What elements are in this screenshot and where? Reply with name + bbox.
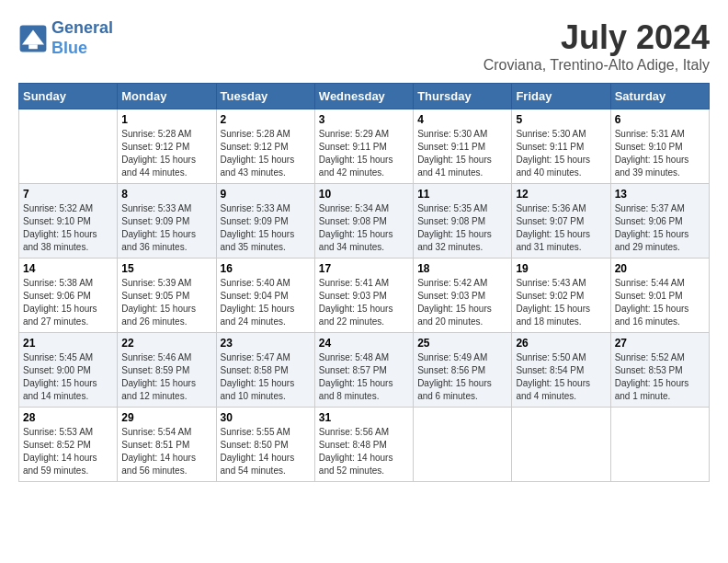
day-number: 8 [121, 188, 211, 201]
day-number: 14 [23, 262, 113, 275]
day-info: Sunrise: 5:47 AM Sunset: 8:58 PM Dayligh… [221, 351, 311, 403]
day-number: 25 [417, 337, 507, 350]
calendar-cell: 14Sunrise: 5:38 AM Sunset: 9:06 PM Dayli… [19, 259, 118, 333]
weekday-header-thursday: Thursday [414, 84, 512, 109]
day-info: Sunrise: 5:35 AM Sunset: 9:08 PM Dayligh… [417, 202, 507, 254]
day-number: 20 [615, 262, 705, 275]
day-info: Sunrise: 5:34 AM Sunset: 9:08 PM Dayligh… [319, 202, 409, 254]
day-number: 27 [615, 337, 705, 350]
day-info: Sunrise: 5:54 AM Sunset: 8:51 PM Dayligh… [121, 426, 211, 477]
calendar-cell: 30Sunrise: 5:55 AM Sunset: 8:50 PM Dayli… [216, 408, 314, 482]
day-number: 13 [615, 188, 705, 201]
day-number: 7 [23, 188, 113, 201]
logo: General Blue [18, 18, 113, 58]
day-number: 15 [121, 262, 211, 275]
day-number: 16 [221, 262, 311, 275]
week-row-4: 21Sunrise: 5:45 AM Sunset: 9:00 PM Dayli… [19, 333, 710, 408]
day-number: 5 [516, 113, 606, 126]
day-number: 22 [121, 337, 211, 350]
day-info: Sunrise: 5:39 AM Sunset: 9:05 PM Dayligh… [121, 277, 211, 328]
month-title: July 2024 [483, 18, 710, 57]
week-row-3: 14Sunrise: 5:38 AM Sunset: 9:06 PM Dayli… [19, 259, 710, 333]
calendar-cell: 26Sunrise: 5:50 AM Sunset: 8:54 PM Dayli… [512, 333, 610, 408]
calendar-cell: 9Sunrise: 5:33 AM Sunset: 9:09 PM Daylig… [216, 184, 314, 259]
calendar-cell: 28Sunrise: 5:53 AM Sunset: 8:52 PM Dayli… [19, 408, 118, 482]
calendar-cell [414, 408, 512, 482]
calendar-cell: 27Sunrise: 5:52 AM Sunset: 8:53 PM Dayli… [610, 333, 709, 408]
day-number: 1 [121, 113, 211, 126]
day-number: 11 [417, 188, 507, 201]
day-number: 4 [417, 113, 507, 126]
day-info: Sunrise: 5:32 AM Sunset: 9:10 PM Dayligh… [23, 202, 113, 254]
day-info: Sunrise: 5:48 AM Sunset: 8:57 PM Dayligh… [319, 351, 409, 403]
calendar-cell: 5Sunrise: 5:30 AM Sunset: 9:11 PM Daylig… [512, 109, 610, 184]
calendar-cell: 23Sunrise: 5:47 AM Sunset: 8:58 PM Dayli… [216, 333, 314, 408]
day-number: 12 [516, 188, 606, 201]
calendar-cell [512, 408, 610, 482]
weekday-header-sunday: Sunday [19, 84, 118, 109]
calendar-cell: 6Sunrise: 5:31 AM Sunset: 9:10 PM Daylig… [610, 109, 709, 184]
day-number: 23 [221, 337, 311, 350]
calendar-cell: 8Sunrise: 5:33 AM Sunset: 9:09 PM Daylig… [118, 184, 216, 259]
calendar-cell: 2Sunrise: 5:28 AM Sunset: 9:12 PM Daylig… [216, 109, 314, 184]
day-info: Sunrise: 5:55 AM Sunset: 8:50 PM Dayligh… [221, 426, 311, 477]
day-number: 3 [319, 113, 409, 126]
week-row-2: 7Sunrise: 5:32 AM Sunset: 9:10 PM Daylig… [19, 184, 710, 259]
day-number: 2 [221, 113, 311, 126]
day-info: Sunrise: 5:44 AM Sunset: 9:01 PM Dayligh… [615, 277, 705, 328]
calendar-cell: 7Sunrise: 5:32 AM Sunset: 9:10 PM Daylig… [19, 184, 118, 259]
logo-icon [18, 24, 48, 53]
day-number: 6 [615, 113, 705, 126]
day-info: Sunrise: 5:50 AM Sunset: 8:54 PM Dayligh… [516, 351, 606, 403]
calendar-cell: 22Sunrise: 5:46 AM Sunset: 8:59 PM Dayli… [118, 333, 216, 408]
day-info: Sunrise: 5:30 AM Sunset: 9:11 PM Dayligh… [516, 128, 606, 179]
day-number: 24 [319, 337, 409, 350]
day-info: Sunrise: 5:28 AM Sunset: 9:12 PM Dayligh… [121, 128, 211, 179]
day-number: 28 [23, 411, 113, 424]
day-info: Sunrise: 5:56 AM Sunset: 8:48 PM Dayligh… [319, 426, 409, 477]
day-info: Sunrise: 5:37 AM Sunset: 9:06 PM Dayligh… [615, 202, 705, 254]
day-info: Sunrise: 5:38 AM Sunset: 9:06 PM Dayligh… [23, 277, 113, 328]
calendar-cell: 15Sunrise: 5:39 AM Sunset: 9:05 PM Dayli… [118, 259, 216, 333]
calendar-cell: 1Sunrise: 5:28 AM Sunset: 9:12 PM Daylig… [118, 109, 216, 184]
day-info: Sunrise: 5:43 AM Sunset: 9:02 PM Dayligh… [516, 277, 606, 328]
calendar-cell: 19Sunrise: 5:43 AM Sunset: 9:02 PM Dayli… [512, 259, 610, 333]
day-info: Sunrise: 5:45 AM Sunset: 9:00 PM Dayligh… [23, 351, 113, 403]
day-info: Sunrise: 5:30 AM Sunset: 9:11 PM Dayligh… [417, 128, 507, 179]
calendar-cell: 13Sunrise: 5:37 AM Sunset: 9:06 PM Dayli… [610, 184, 709, 259]
calendar-cell: 17Sunrise: 5:41 AM Sunset: 9:03 PM Dayli… [314, 259, 413, 333]
day-info: Sunrise: 5:28 AM Sunset: 9:12 PM Dayligh… [221, 128, 311, 179]
weekday-header-friday: Friday [512, 84, 610, 109]
svg-rect-2 [28, 44, 38, 49]
day-info: Sunrise: 5:46 AM Sunset: 8:59 PM Dayligh… [121, 351, 211, 403]
weekday-header-tuesday: Tuesday [216, 84, 314, 109]
logo-text: General Blue [51, 18, 113, 58]
day-number: 29 [121, 411, 211, 424]
day-number: 21 [23, 337, 113, 350]
calendar-cell: 25Sunrise: 5:49 AM Sunset: 8:56 PM Dayli… [414, 333, 512, 408]
day-info: Sunrise: 5:42 AM Sunset: 9:03 PM Dayligh… [417, 277, 507, 328]
calendar-cell: 20Sunrise: 5:44 AM Sunset: 9:01 PM Dayli… [610, 259, 709, 333]
calendar-cell: 16Sunrise: 5:40 AM Sunset: 9:04 PM Dayli… [216, 259, 314, 333]
calendar-cell [610, 408, 709, 482]
calendar-cell: 12Sunrise: 5:36 AM Sunset: 9:07 PM Dayli… [512, 184, 610, 259]
day-info: Sunrise: 5:52 AM Sunset: 8:53 PM Dayligh… [615, 351, 705, 403]
page-header: General Blue July 2024 Croviana, Trentin… [18, 18, 710, 74]
week-row-5: 28Sunrise: 5:53 AM Sunset: 8:52 PM Dayli… [19, 408, 710, 482]
title-section: July 2024 Croviana, Trentino-Alto Adige,… [483, 18, 710, 74]
calendar-table: SundayMondayTuesdayWednesdayThursdayFrid… [18, 83, 710, 482]
day-number: 10 [319, 188, 409, 201]
day-number: 17 [319, 262, 409, 275]
day-number: 9 [221, 188, 311, 201]
day-info: Sunrise: 5:36 AM Sunset: 9:07 PM Dayligh… [516, 202, 606, 254]
day-number: 19 [516, 262, 606, 275]
calendar-cell: 3Sunrise: 5:29 AM Sunset: 9:11 PM Daylig… [314, 109, 413, 184]
calendar-cell: 4Sunrise: 5:30 AM Sunset: 9:11 PM Daylig… [414, 109, 512, 184]
weekday-header-saturday: Saturday [610, 84, 709, 109]
week-row-1: 1Sunrise: 5:28 AM Sunset: 9:12 PM Daylig… [19, 109, 710, 184]
day-number: 31 [319, 411, 409, 424]
day-info: Sunrise: 5:33 AM Sunset: 9:09 PM Dayligh… [221, 202, 311, 254]
calendar-cell: 31Sunrise: 5:56 AM Sunset: 8:48 PM Dayli… [314, 408, 413, 482]
calendar-cell: 21Sunrise: 5:45 AM Sunset: 9:00 PM Dayli… [19, 333, 118, 408]
weekday-header-monday: Monday [118, 84, 216, 109]
